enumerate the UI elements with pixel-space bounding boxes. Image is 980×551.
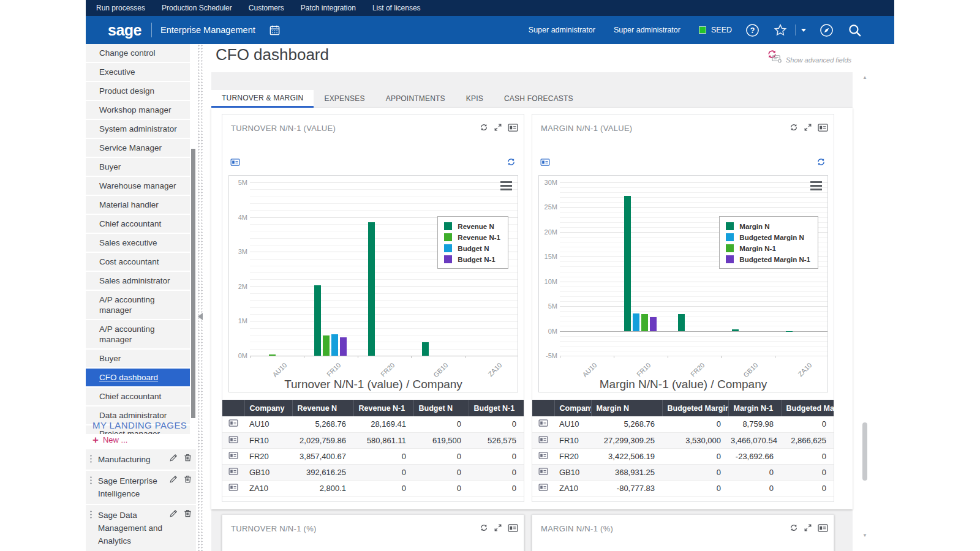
sidebar-item-buyer[interactable]: Buyer: [86, 350, 190, 367]
edit-pencil-icon[interactable]: [169, 509, 178, 518]
widget-expand-icon[interactable]: [804, 123, 812, 132]
widget-expand-icon[interactable]: [494, 523, 502, 532]
dropdown-caret-icon[interactable]: [801, 29, 806, 32]
endpoint-chip[interactable]: SEED: [699, 26, 732, 34]
row-detail-icon[interactable]: [532, 480, 554, 496]
sidebar-scrollbar-thumb[interactable]: [191, 149, 195, 418]
user-role-1[interactable]: Super administrator: [529, 26, 595, 34]
calendar-icon[interactable]: [269, 24, 281, 36]
widget-expand-icon[interactable]: [804, 523, 812, 532]
landing-page-item-manufacturing[interactable]: Manufacturing: [86, 449, 196, 470]
top-nav-item-patch-integration[interactable]: Patch integration: [301, 4, 356, 12]
drag-handle-icon[interactable]: [90, 510, 92, 520]
sidebar-item-service-manager[interactable]: Service Manager: [86, 139, 190, 157]
sidebar-item-sales-administrator[interactable]: Sales administrator: [86, 272, 190, 290]
row-detail-icon[interactable]: [222, 416, 244, 432]
edit-pencil-icon[interactable]: [169, 474, 178, 484]
sidebar-item-system-administrator[interactable]: System administrator: [86, 120, 190, 138]
widget-refresh-icon[interactable]: [790, 523, 798, 532]
tab-kpis[interactable]: KPIS: [456, 90, 494, 108]
search-icon[interactable]: [847, 23, 862, 38]
sidebar-item-cfo-dashboard[interactable]: CFO dashboard: [86, 369, 190, 386]
sidebar-resize-handle[interactable]: [197, 44, 204, 551]
help-icon[interactable]: ?: [745, 23, 760, 37]
chart-menu-icon[interactable]: [500, 181, 512, 192]
toolbar-card-view-icon[interactable]: [230, 157, 240, 168]
user-role-2[interactable]: Super administrator: [614, 26, 680, 34]
tab-appointments[interactable]: APPOINTMENTS: [375, 90, 456, 108]
legend-swatch: [726, 233, 734, 241]
x-tick: [775, 356, 775, 358]
sidebar-item-warehouse-manager[interactable]: Warehouse manager: [86, 177, 190, 195]
sidebar-item-chief-accountant[interactable]: Chief accountant: [86, 388, 190, 405]
table-row[interactable]: FR102,029,759.86580,861.11619,500526,575: [222, 432, 524, 448]
table-row[interactable]: ZA10-80,777.83000: [532, 480, 834, 496]
sidebar-item-product-design[interactable]: Product design: [86, 82, 190, 100]
widget-refresh-icon[interactable]: [480, 523, 488, 532]
scroll-down-icon[interactable]: ▼: [861, 533, 869, 538]
gridline: [250, 342, 518, 342]
table-row[interactable]: FR203,857,400.67000: [222, 448, 524, 464]
top-nav-item-list-of-licenses[interactable]: List of licenses: [372, 4, 421, 12]
sidebar-item-sales-executive[interactable]: Sales executive: [86, 234, 190, 252]
toolbar-refresh-icon[interactable]: [507, 157, 516, 169]
scroll-up-icon[interactable]: ▲: [861, 75, 869, 80]
widget-table-view-icon[interactable]: [818, 524, 828, 532]
toolbar-card-view-icon[interactable]: [540, 157, 550, 168]
sidebar-item-executive[interactable]: Executive: [86, 63, 190, 81]
table-row[interactable]: FR1027,299,309.253,530,0003,466,070.542,…: [532, 432, 834, 448]
widget-refresh-icon[interactable]: [790, 123, 798, 132]
row-detail-icon[interactable]: [532, 416, 554, 432]
landing-page-item-sage-data-management-and-analytics[interactable]: Sage Data Management and Analytics: [86, 505, 196, 551]
widget-expand-icon[interactable]: [494, 123, 502, 132]
row-detail-icon[interactable]: [532, 464, 554, 480]
chart-menu-icon[interactable]: [810, 181, 822, 192]
sidebar-item-workshop-manager[interactable]: Workshop manager: [86, 101, 190, 119]
widget-table-view-icon[interactable]: [508, 124, 518, 132]
sidebar-item-a-p-accounting-manager[interactable]: A/P accounting manager: [86, 320, 190, 348]
new-landing-page-button[interactable]: + New ...: [86, 435, 196, 444]
edit-pencil-icon[interactable]: [169, 453, 178, 462]
sidebar-item-buyer[interactable]: Buyer: [86, 158, 190, 176]
top-nav: Run processesProduction SchedulerCustome…: [86, 0, 894, 16]
explore-compass-icon[interactable]: [820, 23, 834, 37]
drag-handle-icon[interactable]: [90, 476, 92, 485]
row-detail-icon[interactable]: [222, 432, 244, 448]
sidebar-item-cost-accountant[interactable]: Cost accountant: [86, 253, 190, 271]
table-row[interactable]: GB10392,616.25000: [222, 464, 524, 480]
sidebar-item-chief-accountant[interactable]: Chief accountant: [86, 215, 190, 233]
table-row[interactable]: FR203,422,506.190-23,692.660: [532, 448, 834, 464]
top-nav-item-production-scheduler[interactable]: Production Scheduler: [162, 4, 232, 12]
gridline: [560, 321, 828, 321]
row-detail-icon[interactable]: [222, 464, 244, 480]
delete-trash-icon[interactable]: [183, 509, 192, 518]
sidebar-item-a-p-accounting-manager[interactable]: A/P accounting manager: [86, 291, 190, 319]
sidebar-collapse-icon[interactable]: [198, 313, 203, 320]
landing-page-item-sage-enterprise-intelligence[interactable]: Sage Enterprise Intelligence: [86, 471, 196, 504]
delete-trash-icon[interactable]: [183, 453, 192, 462]
drag-handle-icon[interactable]: [90, 454, 92, 464]
top-nav-item-customers[interactable]: Customers: [249, 4, 284, 12]
table-row[interactable]: ZA102,800.1000: [222, 480, 524, 496]
show-advanced-fields[interactable]: Show advanced fields: [772, 54, 851, 66]
table-row[interactable]: AU105,268.7608,759.980: [532, 416, 834, 432]
sidebar-item-material-handler[interactable]: Material handler: [86, 196, 190, 214]
row-detail-icon[interactable]: [222, 480, 244, 496]
sidebar-item-change-control[interactable]: Change control: [86, 44, 190, 62]
tab-cash-forecasts[interactable]: CASH FORECASTS: [494, 90, 584, 108]
favorites-star-icon[interactable]: [773, 23, 788, 37]
tab-turnover-margin[interactable]: TURNOVER & MARGIN: [211, 90, 314, 108]
row-detail-icon[interactable]: [532, 448, 554, 464]
tab-expenses[interactable]: EXPENSES: [314, 90, 375, 108]
table-row[interactable]: GB10368,931.25000: [532, 464, 834, 480]
row-detail-icon[interactable]: [532, 432, 554, 448]
row-detail-icon[interactable]: [222, 448, 244, 464]
widget-refresh-icon[interactable]: [480, 123, 488, 132]
widget-table-view-icon[interactable]: [508, 524, 518, 532]
delete-trash-icon[interactable]: [183, 474, 192, 484]
table-row[interactable]: AU105,268.7628,169.4100: [222, 416, 524, 432]
top-nav-item-run-processes[interactable]: Run processes: [96, 4, 145, 12]
widget-table-view-icon[interactable]: [818, 124, 828, 132]
main-scrollbar-thumb[interactable]: [862, 422, 867, 481]
toolbar-refresh-icon[interactable]: [816, 157, 826, 169]
